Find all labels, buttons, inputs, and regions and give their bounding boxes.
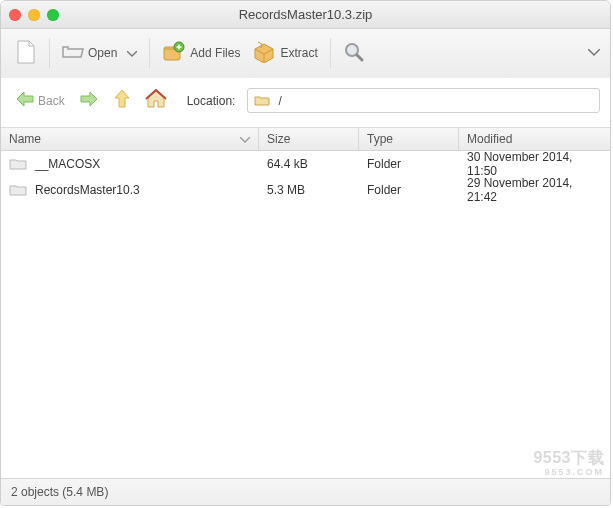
titlebar[interactable]: RecordsMaster10.3.zip <box>1 1 610 29</box>
svg-point-3 <box>346 44 358 56</box>
window-title: RecordsMaster10.3.zip <box>239 7 373 22</box>
folder-icon <box>9 157 27 171</box>
open-button[interactable]: Open <box>56 39 143 68</box>
home-icon <box>145 89 167 112</box>
file-table: Name Size Type Modified <box>1 127 610 478</box>
open-label: Open <box>88 46 117 60</box>
extract-button[interactable]: Extract <box>246 37 323 70</box>
file-name: RecordsMaster10.3 <box>35 183 140 197</box>
forward-button[interactable] <box>75 88 103 113</box>
up-button[interactable] <box>109 86 135 115</box>
back-label: Back <box>38 94 65 108</box>
column-name-label: Name <box>9 132 41 146</box>
chevron-down-icon[interactable] <box>588 46 600 60</box>
close-icon[interactable] <box>9 9 21 21</box>
column-name[interactable]: Name <box>1 128 259 150</box>
table-header: Name Size Type Modified <box>1 128 610 151</box>
add-files-button[interactable]: Add Files <box>156 37 246 70</box>
window-controls <box>9 9 59 21</box>
location-input[interactable] <box>276 93 593 109</box>
column-size[interactable]: Size <box>259 128 359 150</box>
column-modified[interactable]: Modified <box>459 128 610 150</box>
table-row[interactable]: __MACOSX 64.4 kB Folder 30 November 2014… <box>1 151 610 177</box>
new-button[interactable] <box>9 35 43 72</box>
chevron-down-icon <box>127 46 137 60</box>
page-icon <box>15 39 37 68</box>
sort-icon <box>240 134 250 145</box>
file-name: __MACOSX <box>35 157 100 171</box>
table-body[interactable]: __MACOSX 64.4 kB Folder 30 November 2014… <box>1 151 610 478</box>
back-button[interactable]: Back <box>11 88 69 113</box>
separator <box>149 38 150 68</box>
status-bar: 2 objects (5.4 MB) <box>1 478 610 505</box>
add-files-icon <box>162 41 186 66</box>
search-button[interactable] <box>337 37 371 70</box>
file-modified: 29 November 2014, 21:42 <box>459 176 610 204</box>
separator <box>330 38 331 68</box>
minimize-icon[interactable] <box>28 9 40 21</box>
file-modified: 30 November 2014, 11:50 <box>459 151 610 178</box>
folder-open-icon <box>62 43 84 64</box>
location-label: Location: <box>187 94 236 108</box>
file-type: Folder <box>359 183 459 197</box>
status-text: 2 objects (5.4 MB) <box>11 485 108 499</box>
file-size: 64.4 kB <box>259 157 359 171</box>
separator <box>49 38 50 68</box>
arrow-up-icon <box>113 89 131 112</box>
column-modified-label: Modified <box>467 132 512 146</box>
folder-icon <box>254 94 270 107</box>
zoom-icon[interactable] <box>47 9 59 21</box>
home-button[interactable] <box>141 86 171 115</box>
file-size: 5.3 MB <box>259 183 359 197</box>
folder-icon <box>9 183 27 197</box>
app-window: RecordsMaster10.3.zip Open <box>0 0 611 506</box>
navigation-bar: Back Location: <box>1 77 610 127</box>
location-field[interactable] <box>247 88 600 113</box>
add-files-label: Add Files <box>190 46 240 60</box>
arrow-right-icon <box>79 91 99 110</box>
column-type-label: Type <box>367 132 393 146</box>
toolbar: Open Add Files <box>1 29 610 77</box>
column-size-label: Size <box>267 132 290 146</box>
table-row[interactable]: RecordsMaster10.3 5.3 MB Folder 29 Novem… <box>1 177 610 203</box>
file-type: Folder <box>359 157 459 171</box>
extract-label: Extract <box>280 46 317 60</box>
arrow-left-icon <box>15 91 35 110</box>
search-icon <box>343 41 365 66</box>
column-type[interactable]: Type <box>359 128 459 150</box>
extract-icon <box>252 41 276 66</box>
